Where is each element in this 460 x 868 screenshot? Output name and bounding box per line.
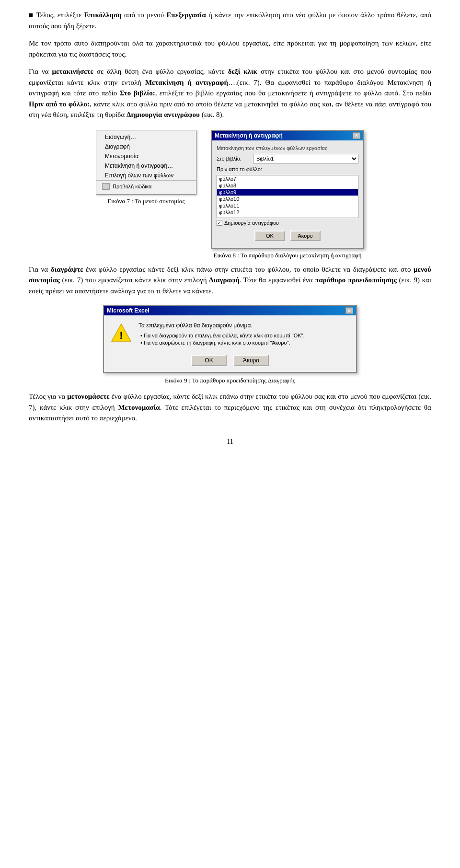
paragraph-1: ■ Τέλος, επιλέξτε Επικόλληση από το μενο…: [29, 10, 431, 31]
warn-bullet-2: • Για να ακυρώσετε τη διαγραφή, κάντε κλ…: [138, 340, 348, 346]
create-copy-label: Δημιουργία αντιγράφου: [224, 220, 279, 226]
warning-dialog: Microsoft Excel × ! Τα επιλεγμένα φύλλα …: [103, 305, 357, 373]
cancel-button[interactable]: Άκυρο: [290, 231, 321, 241]
warning-icon: !: [111, 322, 132, 343]
page-number: 11: [29, 438, 431, 446]
move-dialog: Μετακίνηση ή αντιγραφή × Μετακίνηση των …: [211, 130, 364, 249]
figure-8: Μετακίνηση ή αντιγραφή × Μετακίνηση των …: [211, 130, 364, 259]
sheet-listbox[interactable]: φύλλο7 φύλλο8 φύλλο9 φύλλο10 φύλλο11 φύλ…: [217, 175, 358, 218]
warn-bullet-1: • Για να διαγραφούν τα επιλεγμένα φύλλα,…: [138, 333, 348, 338]
book-select[interactable]: Βιβλίο1: [253, 154, 358, 163]
close-button[interactable]: ×: [353, 132, 360, 139]
paragraph-2: Με τον τρόπο αυτό διατηρούνται όλα τα χα…: [29, 38, 431, 59]
move-dialog-buttons: OK Άκυρο: [217, 228, 358, 245]
warn-buttons: OK Άκυρο: [104, 350, 356, 372]
move-dialog-titlebar: Μετακίνηση ή αντιγραφή ×: [212, 131, 363, 140]
paragraph-4: Για να διαγράψτε ένα φύλλο εργασίας κάντ…: [29, 264, 431, 297]
figure-8-caption: Εικόνα 8 : Το παράθυρο διαλόγου μετακίνη…: [213, 252, 361, 259]
warn-body: ! Τα επιλεγμένα φύλλα θα διαγραφούν μόνι…: [104, 315, 356, 350]
create-copy-row: ✓ Δημιουργία αντιγράφου: [217, 220, 358, 226]
menu-item-select-all: Επιλογή όλων των φύλλων: [96, 171, 196, 180]
title-controls: ×: [353, 132, 360, 139]
listbox-item-11[interactable]: φύλλο11: [217, 202, 358, 209]
warn-close-button[interactable]: ×: [345, 307, 353, 314]
warn-ok-button[interactable]: OK: [191, 355, 227, 366]
move-dialog-title: Μετακίνηση ή αντιγραφή: [215, 132, 283, 139]
menu-item-move: Μετακίνηση ή αντιγραφή…: [96, 161, 196, 171]
warn-title: Microsoft Excel: [107, 307, 150, 314]
warn-main-text: Τα επιλεγμένα φύλλα θα διαγραφούν μόνιμα…: [138, 322, 348, 329]
ok-button[interactable]: OK: [254, 231, 285, 241]
figure-7: Εισαγωγή… Διαγραφή Μετονομασία Μετακίνησ…: [96, 130, 196, 205]
create-copy-checkbox[interactable]: ✓: [217, 220, 222, 226]
menu-item-rename: Μετονομασία: [96, 151, 196, 161]
warn-titlebar: Microsoft Excel ×: [104, 306, 356, 315]
menu-item-insert: Εισαγωγή…: [96, 132, 196, 142]
warn-cancel-button[interactable]: Άκυρο: [233, 355, 269, 366]
figure-7-caption: Εικόνα 7 : Το μενού συντομίας: [107, 197, 184, 205]
figure-9-caption: Εικόνα 9 : Το παράθυρο προειδοποίησης Δι…: [165, 377, 295, 384]
figures-row: Εισαγωγή… Διαγραφή Μετονομασία Μετακίνησ…: [29, 130, 431, 259]
listbox-item-12[interactable]: φύλλο12: [217, 209, 358, 216]
view-code-label: Προβολή κώδικα: [113, 184, 151, 189]
menu-item-view-code: Προβολή κώδικα: [96, 180, 196, 192]
book-field-label: Στο βιβλίο:: [217, 156, 250, 162]
warn-text-block: Τα επιλεγμένα φύλλα θα διαγραφούν μόνιμα…: [138, 322, 348, 347]
figure-9-section: Microsoft Excel × ! Τα επιλεγμένα φύλλα …: [29, 305, 431, 384]
before-sheet-label: Πριν από το φύλλο:: [217, 166, 262, 172]
move-dialog-content: Μετακίνηση των επιλεγμένων φύλλων εργασί…: [212, 140, 363, 248]
svg-text:!: !: [119, 329, 123, 341]
before-sheet-row: Πριν από το φύλλο:: [217, 166, 358, 172]
paragraph-3: Για να μετακινήσετε σε άλλη θέση ένα φύλ…: [29, 66, 431, 120]
listbox-item-7[interactable]: φύλλο7: [217, 175, 358, 182]
book-field-row: Στο βιβλίο: Βιβλίο1: [217, 154, 358, 163]
listbox-item-8[interactable]: φύλλο8: [217, 182, 358, 189]
view-code-icon: [102, 183, 110, 190]
context-menu-mock: Εισαγωγή… Διαγραφή Μετονομασία Μετακίνησ…: [96, 130, 196, 195]
listbox-item-10[interactable]: φύλλο10: [217, 196, 358, 202]
paragraph-5: Τέλος για να μετονομάσετε ένα φύλλο εργα…: [29, 391, 431, 424]
menu-item-delete: Διαγραφή: [96, 142, 196, 151]
move-dialog-subtitle: Μετακίνηση των επιλεγμένων φύλλων εργασί…: [217, 145, 358, 151]
listbox-item-9[interactable]: φύλλο9: [217, 189, 358, 196]
